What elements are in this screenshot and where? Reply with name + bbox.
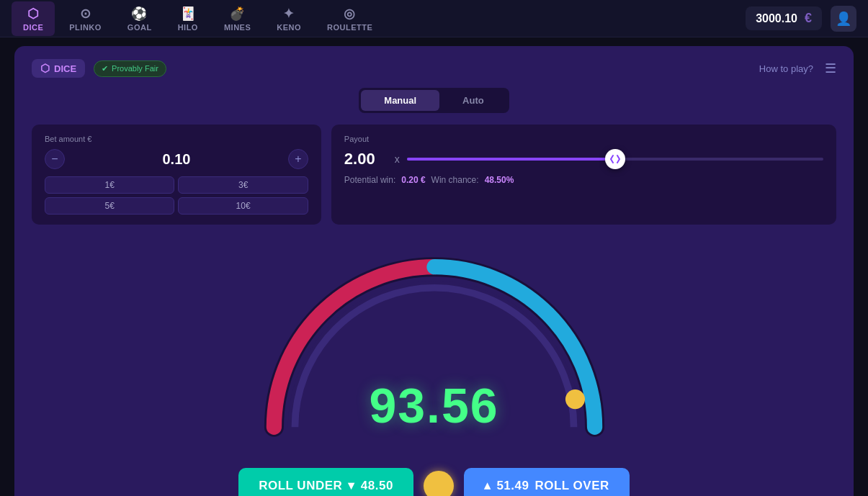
- bet-decrease-button[interactable]: −: [45, 149, 65, 169]
- nav-item-plinko[interactable]: ⊙ PLINKO: [58, 1, 113, 36]
- nav-item-goal[interactable]: ⚽ GOAL: [116, 1, 164, 36]
- nav-item-dice[interactable]: ⬡ DICE: [12, 1, 55, 36]
- keno-nav-icon: ✦: [283, 6, 295, 22]
- payout-value-display: 2.00: [344, 150, 388, 168]
- slider-arrows-icon: [610, 154, 620, 164]
- bet-input-row: − 0.10 +: [45, 149, 308, 169]
- avatar-button[interactable]: 👤: [831, 6, 856, 32]
- provably-fair-label: Provably Fair: [112, 64, 158, 73]
- quick-bet-1[interactable]: 1€: [45, 176, 174, 194]
- quick-bet-3[interactable]: 3€: [178, 176, 308, 194]
- tabs-row: Manual Auto: [32, 88, 836, 113]
- nav-right: 3000.10 € 👤: [746, 6, 856, 32]
- roll-under-label: ROLL UNDER: [259, 479, 342, 493]
- tab-auto[interactable]: Auto: [439, 90, 507, 111]
- panel-title: ⬡ DICE: [32, 59, 85, 78]
- chevron-down-icon: ▾: [348, 478, 355, 493]
- main-content: ⬡ DICE ✔ Provably Fair How to play? ☰ Ma…: [0, 37, 868, 496]
- bet-amount-box: Bet amount € − 0.10 + 1€ 3€ 5€: [32, 125, 321, 225]
- nav-item-keno[interactable]: ✦ KENO: [265, 1, 313, 36]
- quick-bet-10[interactable]: 10€: [178, 197, 308, 215]
- currency-icon: €: [805, 11, 812, 26]
- nav-item-dice-label: DICE: [23, 23, 43, 32]
- dial-result: 93.56: [369, 377, 498, 433]
- potential-win-value: 0.20 €: [401, 175, 425, 185]
- dice-nav-icon: ⬡: [27, 6, 40, 22]
- goal-nav-icon: ⚽: [131, 6, 148, 22]
- nav-item-mines-label: MINES: [224, 23, 251, 32]
- nav-item-hilo-label: HILO: [178, 23, 198, 32]
- payout-row: 2.00 x: [344, 149, 823, 169]
- mines-nav-icon: 💣: [229, 6, 246, 22]
- nav-item-goal-label: GOAL: [127, 23, 152, 32]
- nav-items: ⬡ DICE ⊙ PLINKO ⚽ GOAL 🃏 HILO 💣 MINES ✦ …: [12, 1, 746, 36]
- payout-slider-thumb[interactable]: [605, 149, 625, 169]
- chevron-up-icon: ▴: [484, 478, 491, 493]
- panel-header-right: How to play? ☰: [759, 60, 836, 76]
- shield-icon: ✔: [102, 64, 108, 73]
- hilo-nav-icon: 🃏: [180, 6, 197, 22]
- game-panel: ⬡ DICE ✔ Provably Fair How to play? ☰ Ma…: [14, 46, 854, 496]
- bet-row: Bet amount € − 0.10 + 1€ 3€ 5€: [32, 125, 836, 225]
- how-to-play-link[interactable]: How to play?: [759, 63, 813, 74]
- nav-item-plinko-label: PLINKO: [69, 23, 102, 32]
- roulette-nav-icon: ◎: [344, 6, 356, 22]
- payout-multiplier-symbol: x: [395, 153, 400, 165]
- bet-increase-button[interactable]: +: [288, 149, 308, 169]
- roll-over-value: 51.49: [496, 479, 529, 493]
- user-icon: 👤: [836, 11, 851, 27]
- svg-point-0: [565, 389, 584, 409]
- dice-title-icon: ⬡: [40, 62, 50, 75]
- quick-bet-5[interactable]: 5€: [45, 197, 174, 215]
- potential-win-label: Potential win:: [344, 175, 395, 185]
- panel-title-label: DICE: [54, 63, 76, 74]
- roll-under-button[interactable]: ROLL UNDER ▾ 48.50: [238, 468, 413, 496]
- roll-under-value: 48.50: [361, 479, 393, 493]
- navbar: ⬡ DICE ⊙ PLINKO ⚽ GOAL 🃏 HILO 💣 MINES ✦ …: [0, 0, 868, 37]
- payout-stats: Potential win: 0.20 € Win chance: 48.50%: [344, 175, 823, 185]
- nav-item-hilo[interactable]: 🃏 HILO: [166, 1, 210, 36]
- divider-dot: [424, 471, 454, 497]
- nav-item-mines[interactable]: 💣 MINES: [212, 1, 262, 36]
- payout-label: Payout: [344, 135, 823, 143]
- balance-value: 3000.10: [756, 12, 797, 25]
- payout-box: Payout 2.00 x: [331, 125, 836, 225]
- payout-slider-fill: [407, 158, 615, 161]
- roll-buttons: ROLL UNDER ▾ 48.50 ▴ 51.49 ROLL OVER: [238, 468, 630, 496]
- nav-item-roulette-label: ROULETTE: [327, 23, 372, 32]
- bet-value-display: 0.10: [72, 151, 281, 168]
- quick-bets-grid: 1€ 3€ 5€ 10€: [45, 176, 308, 215]
- nav-item-keno-label: KENO: [277, 23, 301, 32]
- win-chance-label: Win chance:: [431, 175, 479, 185]
- panel-title-group: ⬡ DICE ✔ Provably Fair: [32, 59, 166, 78]
- bet-amount-label: Bet amount €: [45, 135, 308, 143]
- provably-fair-badge[interactable]: ✔ Provably Fair: [94, 60, 166, 77]
- payout-slider-area: [407, 149, 823, 169]
- tab-manual[interactable]: Manual: [361, 90, 439, 111]
- win-chance-value: 48.50%: [485, 175, 514, 185]
- roll-over-button[interactable]: ▴ 51.49 ROLL OVER: [464, 468, 630, 496]
- nav-item-roulette[interactable]: ◎ ROULETTE: [316, 1, 384, 36]
- plinko-nav-icon: ⊙: [80, 6, 91, 22]
- dial-container: 93.56: [247, 239, 622, 455]
- roll-over-label: ROLL OVER: [534, 479, 609, 493]
- menu-icon[interactable]: ☰: [825, 60, 836, 76]
- tabs-container: Manual Auto: [359, 88, 509, 113]
- panel-header: ⬡ DICE ✔ Provably Fair How to play? ☰: [32, 59, 836, 78]
- balance-display: 3000.10 €: [746, 6, 822, 30]
- dial-area: 93.56 ROLL UNDER ▾ 48.50 ▴ 51.49 ROLL OV…: [32, 239, 836, 496]
